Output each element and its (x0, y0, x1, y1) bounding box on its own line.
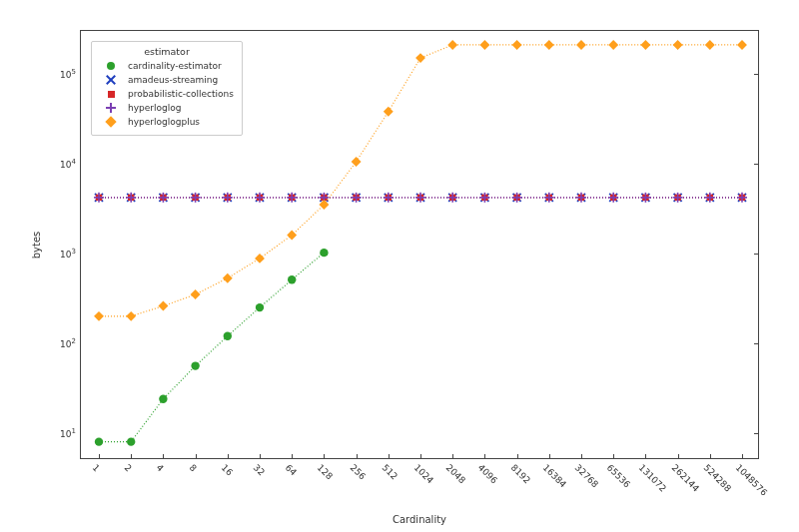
legend-title: estimator (100, 46, 234, 57)
circle-icon (100, 62, 122, 70)
x-tick-label: 128 (316, 458, 339, 481)
x-tick-label: 65536 (605, 458, 637, 490)
svg-point-7 (320, 249, 328, 257)
y-tick-label: 101 (60, 427, 81, 439)
svg-rect-126 (512, 40, 522, 50)
x-tick-label: 256 (348, 458, 371, 481)
x-tick-label: 16384 (540, 458, 572, 490)
x-tick-label: 2 (123, 458, 138, 473)
x-tick-label: 8 (187, 458, 202, 473)
svg-rect-119 (287, 231, 297, 241)
y-tick-label: 104 (60, 158, 81, 170)
x-tick-label: 32 (252, 458, 271, 477)
x-tick-label: 4096 (476, 458, 504, 486)
x-tick-label: 512 (380, 458, 402, 481)
legend-entry: probabilistic-collections (100, 87, 234, 101)
legend-label: cardinality-estimator (128, 61, 222, 71)
x-tick-label: 262144 (669, 458, 705, 494)
y-tick-label: 103 (60, 248, 81, 260)
y-axis-label: bytes (30, 30, 44, 459)
x-tick-label: 131072 (637, 458, 673, 494)
legend-label: hyperloglogplus (128, 117, 200, 127)
y-tick-label: 105 (60, 68, 81, 80)
svg-rect-123 (415, 53, 425, 63)
legend-entry: hyperloglog (100, 101, 234, 115)
x-tick-label: 524288 (701, 458, 737, 494)
svg-point-5 (256, 303, 264, 311)
svg-rect-129 (608, 40, 618, 50)
svg-rect-128 (576, 40, 586, 50)
x-tick-label: 8192 (508, 458, 536, 486)
x-tick-label: 16 (219, 458, 238, 477)
svg-rect-114 (126, 311, 136, 321)
diamond-icon (100, 118, 122, 126)
plus-icon (100, 103, 122, 113)
svg-rect-127 (544, 40, 554, 50)
svg-rect-133 (737, 40, 747, 50)
svg-rect-130 (640, 40, 650, 50)
svg-point-6 (288, 275, 296, 283)
svg-rect-113 (94, 311, 104, 321)
svg-point-3 (191, 361, 199, 369)
svg-rect-115 (158, 301, 168, 311)
svg-rect-125 (479, 40, 489, 50)
svg-rect-116 (191, 289, 201, 299)
x-tick-label: 4 (155, 458, 170, 473)
x-tick-label: 64 (284, 458, 303, 477)
svg-rect-122 (384, 107, 394, 117)
plot-axes: estimator cardinality-estimator amadeus-… (80, 30, 759, 459)
legend-entry: amadeus-streaming (100, 73, 234, 87)
x-icon (100, 75, 122, 85)
x-tick-label: 1024 (412, 458, 440, 486)
legend: estimator cardinality-estimator amadeus-… (91, 41, 243, 136)
x-tick-label: 2048 (444, 458, 472, 486)
figure: bytes estimator cardinality-estimator am… (0, 0, 799, 532)
legend-label: probabilistic-collections (128, 89, 234, 99)
legend-entry: cardinality-estimator (100, 59, 234, 73)
svg-rect-121 (352, 157, 362, 167)
svg-point-2 (159, 394, 167, 402)
legend-entry: hyperloglogplus (100, 115, 234, 129)
x-tick-label: 1048576 (734, 458, 774, 498)
x-axis-label: Cardinality (80, 514, 759, 525)
svg-rect-124 (447, 40, 457, 50)
svg-point-4 (224, 332, 232, 340)
svg-rect-132 (705, 40, 715, 50)
x-tick-label: 32768 (573, 458, 605, 490)
svg-point-1 (127, 437, 135, 445)
svg-rect-117 (223, 273, 233, 283)
x-tick-label: 1 (91, 458, 106, 473)
svg-rect-118 (255, 254, 265, 264)
svg-point-0 (95, 437, 103, 445)
legend-label: amadeus-streaming (128, 75, 218, 85)
svg-rect-131 (673, 40, 683, 50)
y-tick-label: 102 (60, 337, 81, 349)
square-icon (100, 91, 122, 98)
legend-label: hyperloglog (128, 103, 181, 113)
